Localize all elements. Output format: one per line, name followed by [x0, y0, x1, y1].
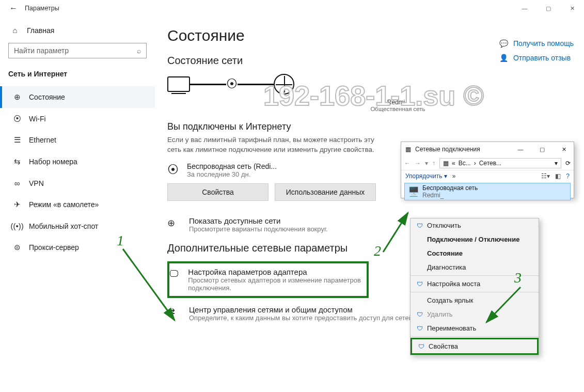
menu-item-properties[interactable]: 🛡 Свойства — [411, 338, 539, 355]
nav-forward-icon[interactable]: → — [415, 160, 421, 167]
sidebar-item-proxy[interactable]: ⊜ Прокси-сервер — [0, 237, 155, 258]
highlight-box-adapter: 🖵 Настройка параметров адаптера Просмотр… — [167, 261, 369, 298]
network-adapter-item[interactable]: 🖥️ Беспроводная сеть Redmi_ — [404, 183, 571, 200]
home-icon: ⌂ — [10, 26, 20, 35]
sidebar-item-label: Мобильный хот-спот — [29, 222, 98, 230]
menu-item-status[interactable]: Состояние — [411, 246, 539, 260]
adapter-settings-title: Настройка параметров адаптера — [188, 268, 361, 276]
arrange-button[interactable]: Упорядочить ▾ — [405, 173, 447, 180]
nav-back-icon[interactable]: ← — [404, 160, 411, 167]
menu-item-rename[interactable]: 🛡 Переименовать — [411, 321, 539, 335]
airplane-icon: ✈ — [12, 200, 22, 209]
sidebar-home-label: Главная — [27, 26, 54, 35]
minimize-button[interactable]: — — [513, 0, 536, 17]
pc-icon — [167, 76, 190, 92]
explorer-title: Сетевые подключения — [415, 146, 508, 153]
explorer-maximize-button[interactable]: ▢ — [533, 143, 551, 156]
get-help-link[interactable]: 💬 Получить помощь — [499, 39, 574, 48]
explorer-close-button[interactable]: ✕ — [555, 143, 573, 156]
nav-dropdown-icon[interactable]: ▾ — [425, 160, 428, 167]
adapter-name: Беспроводная сеть — [422, 184, 478, 192]
menu-label: Создать ярлык — [427, 296, 473, 304]
address-field[interactable]: ▦ « Вс... › Сетев... ▾ — [439, 158, 561, 168]
search-input[interactable]: Найти параметр ⌕ — [8, 43, 147, 58]
annotation-2: 2 — [374, 243, 381, 259]
sidebar-item-label: Режим «в самолете» — [29, 200, 99, 209]
titlebar: ← Параметры — [0, 0, 584, 17]
shield-icon: 🛡 — [418, 343, 424, 350]
menu-item-delete: 🛡 Удалить — [411, 307, 539, 321]
watermark-text: 192-168-1-1.su © — [263, 80, 484, 112]
menu-item-disable[interactable]: 🛡 Отключить — [411, 218, 539, 232]
sidebar-home[interactable]: ⌂ Главная — [0, 21, 155, 40]
right-rail: 💬 Получить помощь 👤 Отправить отзыв — [499, 39, 574, 62]
menu-label: Подключение / Отключение — [427, 236, 519, 243]
ethernet-icon: ☰ — [12, 135, 22, 145]
dialup-icon: ⇆ — [12, 157, 22, 166]
connected-description: Если у вас лимитный тарифный план, вы мо… — [167, 135, 384, 155]
network-adapter-icon: 🖥️ — [408, 186, 419, 197]
sidebar-item-dialup[interactable]: ⇆ Набор номера — [0, 151, 155, 173]
refresh-icon[interactable]: ⟳ — [565, 160, 571, 167]
explorer-address-bar: ← → ▾ ↑ ▦ « Вс... › Сетев... ▾ ⟳ — [401, 156, 574, 170]
show-networks-sub: Просмотрите варианты подключения вокруг. — [189, 225, 328, 233]
annotation-3: 3 — [514, 270, 522, 286]
menu-label: Диагностика — [427, 263, 466, 271]
feedback-label: Отправить отзыв — [513, 54, 571, 62]
nav-up-icon[interactable]: ↑ — [432, 160, 435, 167]
feedback-link[interactable]: 👤 Отправить отзыв — [499, 54, 574, 62]
view-icon[interactable]: ☷▾ — [541, 173, 550, 180]
sidebar: ⌂ Главная Найти параметр ⌕ Сеть и Интерн… — [0, 17, 155, 392]
get-help-label: Получить помощь — [513, 39, 574, 48]
menu-item-connect[interactable]: Подключение / Отключение — [411, 232, 539, 246]
sidebar-item-airplane[interactable]: ✈ Режим «в самолете» — [0, 194, 155, 215]
sidebar-item-wifi[interactable]: ⦿ Wi-Fi — [0, 108, 155, 129]
shield-icon: 🛡 — [417, 325, 423, 332]
breadcrumb[interactable]: Вс... — [459, 160, 471, 167]
more-button[interactable]: » — [452, 173, 456, 180]
adapter-settings-link[interactable]: 🖵 Настройка параметров адаптера Просмотр… — [169, 268, 361, 292]
show-networks-title: Показать доступные сети — [189, 216, 328, 225]
menu-item-shortcut[interactable]: Создать ярлык — [411, 293, 539, 307]
sidebar-item-label: Набор номера — [29, 158, 77, 166]
sidebar-item-ethernet[interactable]: ☰ Ethernet — [0, 129, 155, 151]
window-controls: — ▢ ✕ — [513, 0, 584, 17]
wifi-icon: ⦿ — [12, 114, 22, 123]
sidebar-item-hotspot[interactable]: ((•)) Мобильный хот-спот — [0, 215, 155, 237]
close-button[interactable]: ✕ — [560, 0, 584, 17]
menu-label: Отключить — [427, 222, 461, 229]
menu-label: Удалить — [427, 310, 453, 318]
sidebar-item-vpn[interactable]: ∞ VPN — [0, 173, 155, 194]
help-icon[interactable]: ? — [566, 173, 570, 180]
preview-pane-icon[interactable]: ◧ — [555, 173, 561, 180]
explorer-minimize-button[interactable]: — — [512, 143, 529, 156]
data-usage-button[interactable]: Использование данных — [275, 183, 376, 201]
search-icon: ⌕ — [137, 46, 141, 55]
back-arrow-icon[interactable]: ← — [8, 3, 19, 13]
breadcrumb[interactable]: Сетев... — [479, 160, 501, 167]
sidebar-item-status[interactable]: ⊕ Состояние — [0, 86, 155, 108]
sidebar-item-label: Прокси-сервер — [29, 243, 79, 252]
globe-net-icon: ⊕ — [12, 92, 22, 102]
shield-icon: 🛡 — [417, 222, 423, 229]
chat-icon: 💬 — [499, 39, 508, 48]
context-menu: 🛡 Отключить Подключение / Отключение Сос… — [410, 218, 539, 355]
sidebar-item-label: Wi-Fi — [29, 115, 46, 123]
explorer-window: ▦ Сетевые подключения — ▢ ✕ ← → ▾ ↑ ▦ « … — [401, 142, 574, 198]
shield-icon: 🛡 — [417, 311, 423, 318]
menu-label: Свойства — [429, 342, 458, 350]
explorer-titlebar: ▦ Сетевые подключения — ▢ ✕ — [401, 142, 574, 156]
maximize-button[interactable]: ▢ — [536, 0, 560, 17]
proxy-icon: ⊜ — [12, 243, 22, 252]
globe-small-icon: ⊕ — [167, 216, 182, 229]
properties-button[interactable]: Свойства — [167, 183, 269, 201]
explorer-app-icon: ▦ — [405, 146, 411, 153]
sharing-icon: ⇄ — [167, 305, 182, 318]
connected-title: Вы подключены к Интернету — [167, 121, 572, 132]
search-placeholder: Найти параметр — [14, 46, 69, 55]
sidebar-section-title: Сеть и Интернет — [0, 65, 155, 86]
explorer-toolbar: Упорядочить ▾ » ☷▾ ◧ ? — [401, 170, 574, 182]
adapter-settings-sub: Просмотр сетевых адаптеров и изменение п… — [188, 276, 361, 292]
sidebar-item-label: Ethernet — [29, 136, 56, 144]
annotation-1: 1 — [117, 232, 124, 249]
